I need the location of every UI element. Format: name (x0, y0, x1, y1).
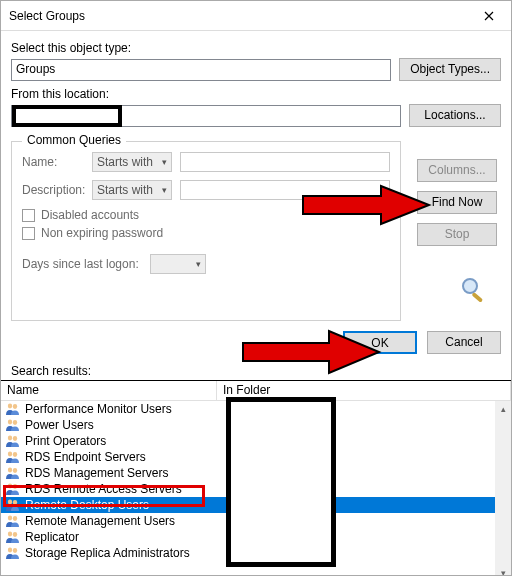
scroll-up-icon[interactable]: ▴ (495, 401, 511, 417)
svg-point-11 (13, 468, 17, 473)
description-input[interactable] (180, 180, 390, 200)
group-icon (5, 450, 21, 464)
columns-button[interactable]: Columns... (417, 159, 497, 182)
search-results-label: Search results: (1, 360, 511, 381)
svg-point-18 (8, 532, 12, 537)
svg-point-0 (463, 279, 477, 293)
svg-point-7 (13, 436, 17, 441)
svg-rect-1 (471, 292, 483, 303)
find-now-button[interactable]: Find Now (417, 191, 497, 214)
svg-point-5 (13, 420, 17, 425)
close-icon (484, 11, 494, 21)
row-name: Storage Replica Administrators (25, 546, 190, 560)
cancel-button[interactable]: Cancel (427, 331, 501, 354)
row-name: Power Users (25, 418, 94, 432)
days-since-logon-label: Days since last logon: (22, 257, 142, 271)
row-name: Print Operators (25, 434, 106, 448)
chevron-down-icon: ▾ (162, 157, 167, 167)
svg-point-15 (13, 500, 17, 505)
scroll-down-icon[interactable]: ▾ (495, 565, 511, 576)
common-queries-fieldset: Common Queries Name: Starts with ▾ Descr… (11, 141, 401, 321)
redacted-location (12, 105, 122, 127)
location-label: From this location: (11, 87, 501, 101)
object-type-field[interactable]: Groups (11, 59, 391, 81)
group-icon (5, 530, 21, 544)
svg-point-9 (13, 452, 17, 457)
svg-point-13 (13, 484, 17, 489)
checkbox-icon (22, 227, 35, 240)
group-icon (5, 434, 21, 448)
redacted-folder-column (226, 397, 336, 567)
disabled-accounts-checkbox[interactable]: Disabled accounts (22, 208, 390, 222)
name-label: Name: (22, 155, 84, 169)
svg-point-8 (8, 452, 12, 457)
locations-button[interactable]: Locations... (409, 104, 501, 127)
column-header-name[interactable]: Name (1, 381, 217, 400)
select-groups-dialog: Select Groups Select this object type: G… (0, 0, 512, 576)
row-name: RDS Management Servers (25, 466, 168, 480)
window-title: Select Groups (9, 9, 85, 23)
svg-point-3 (13, 404, 17, 409)
close-button[interactable] (467, 1, 511, 31)
stop-button[interactable]: Stop (417, 223, 497, 246)
group-icon (5, 466, 21, 480)
svg-point-6 (8, 436, 12, 441)
titlebar: Select Groups (1, 1, 511, 31)
svg-point-2 (8, 404, 12, 409)
chevron-down-icon: ▾ (196, 259, 201, 269)
row-name: Replicator (25, 530, 79, 544)
group-icon (5, 418, 21, 432)
svg-point-16 (8, 516, 12, 521)
description-match-combo[interactable]: Starts with ▾ (92, 180, 172, 200)
description-label: Description: (22, 183, 84, 197)
svg-point-12 (8, 484, 12, 489)
group-icon (5, 514, 21, 528)
svg-point-14 (8, 500, 12, 505)
object-type-label: Select this object type: (11, 41, 501, 55)
svg-point-4 (8, 420, 12, 425)
non-expiring-password-checkbox[interactable]: Non expiring password (22, 226, 390, 240)
name-match-combo[interactable]: Starts with ▾ (92, 152, 172, 172)
checkbox-icon (22, 209, 35, 222)
row-name: RDS Endpoint Servers (25, 450, 146, 464)
magnifier-icon (459, 275, 487, 303)
svg-point-17 (13, 516, 17, 521)
svg-point-10 (8, 468, 12, 473)
fieldset-legend: Common Queries (22, 133, 126, 147)
row-name: RDS Remote Access Servers (25, 482, 182, 496)
object-types-button[interactable]: Object Types... (399, 58, 501, 81)
svg-point-20 (8, 548, 12, 553)
group-icon (5, 482, 21, 496)
svg-point-19 (13, 532, 17, 537)
row-name: Performance Monitor Users (25, 402, 172, 416)
group-icon (5, 546, 21, 560)
group-icon (5, 498, 21, 512)
location-field[interactable] (11, 105, 401, 127)
days-since-logon-combo[interactable]: ▾ (150, 254, 206, 274)
ok-button[interactable]: OK (343, 331, 417, 354)
chevron-down-icon: ▾ (162, 185, 167, 195)
svg-point-21 (13, 548, 17, 553)
vertical-scrollbar[interactable]: ▴ ▾ (495, 401, 511, 576)
row-name: Remote Management Users (25, 514, 175, 528)
name-input[interactable] (180, 152, 390, 172)
row-name: Remote Desktop Users (25, 498, 149, 512)
group-icon (5, 402, 21, 416)
